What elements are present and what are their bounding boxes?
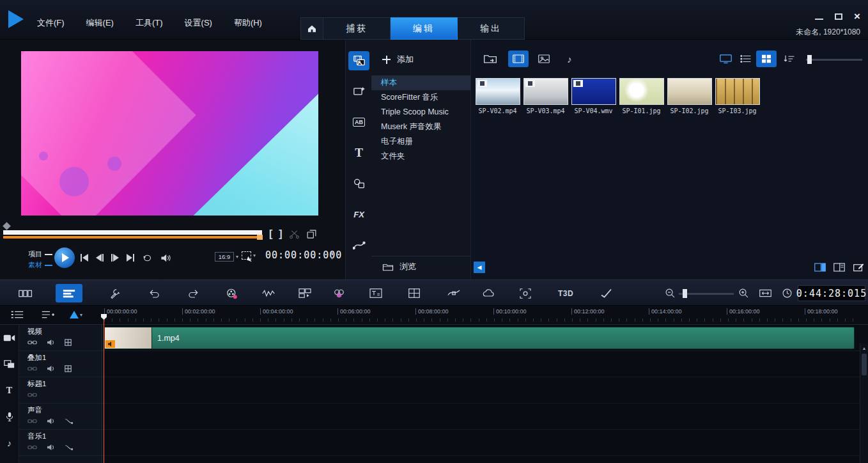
tab-home[interactable]: [300, 17, 323, 40]
project-mode-toggle[interactable]: 项目: [28, 249, 52, 259]
duration-button[interactable]: [776, 284, 798, 302]
link-icon[interactable]: [27, 392, 37, 398]
thumbnail-size-slider[interactable]: [806, 59, 862, 61]
undo-button[interactable]: [144, 284, 166, 302]
link-icon[interactable]: [27, 418, 37, 424]
scrubber-end-handle[interactable]: [257, 235, 263, 240]
panel-grip[interactable]: [4, 43, 28, 45]
menu-item-settings[interactable]: 设置(S): [185, 17, 212, 29]
redo-button[interactable]: [182, 284, 204, 302]
scrubber-range-bar[interactable]: [3, 236, 257, 239]
play-button[interactable]: [54, 247, 75, 268]
timeline-zoom-slider-thumb[interactable]: [683, 289, 687, 298]
nav-motion-path-button[interactable]: [348, 235, 369, 255]
split-screen-template-button[interactable]: [403, 284, 425, 302]
media-item[interactable]: SP-I03.jpg: [713, 78, 761, 114]
timecode-spinner[interactable]: ▲ ▼: [330, 250, 334, 260]
trim-marker[interactable]: [3, 222, 11, 230]
video-track-row[interactable]: 1.mp4: [102, 325, 860, 351]
add-track-button[interactable]: [38, 308, 58, 322]
cloud-button[interactable]: [478, 284, 500, 302]
clip-mode-toggle[interactable]: 素材: [28, 260, 52, 270]
options-panel-toggle[interactable]: [832, 262, 847, 273]
close-button[interactable]: ×: [854, 12, 860, 21]
view-list-button[interactable]: [736, 51, 756, 67]
zoom-out-button[interactable]: [659, 284, 681, 302]
view-grid-button[interactable]: [756, 51, 777, 67]
library-item-samples[interactable]: 样本: [371, 75, 470, 90]
motion-tracking-button[interactable]: [443, 284, 465, 302]
go-to-end-button[interactable]: [127, 254, 134, 262]
scroll-up-button[interactable]: ▲: [860, 343, 868, 352]
go-to-start-button[interactable]: [81, 254, 88, 262]
tab-capture[interactable]: 捕获: [323, 17, 391, 40]
link-icon[interactable]: [27, 366, 37, 372]
filter-video-button[interactable]: [508, 51, 529, 67]
nav-instant-project-button[interactable]: [348, 82, 369, 101]
nav-media-button[interactable]: [348, 51, 369, 70]
library-item-muserk[interactable]: Muserk 声音效果: [371, 120, 470, 134]
menu-item-edit[interactable]: 编辑(E): [86, 17, 114, 29]
panel-grip[interactable]: [4, 276, 28, 278]
thumbnail-size-slider-thumb[interactable]: [807, 55, 812, 64]
clip-mute-badge[interactable]: [105, 340, 115, 348]
next-frame-button[interactable]: [111, 254, 119, 262]
ripple-edit-button[interactable]: ▾: [66, 308, 86, 322]
capture-snapshot-button[interactable]: [515, 284, 536, 302]
filter-audio-button[interactable]: ♪: [559, 51, 580, 67]
scrubber-track[interactable]: [3, 230, 262, 235]
split-clip-button[interactable]: [289, 229, 300, 240]
enlarge-preview-button[interactable]: [306, 229, 317, 240]
title-track-row[interactable]: [102, 377, 860, 404]
media-item[interactable]: SP-V04.wmv: [570, 78, 617, 114]
subtitle-editor-button[interactable]: [365, 284, 387, 302]
link-icon[interactable]: [27, 340, 37, 345]
edit-media-button[interactable]: [851, 262, 866, 273]
nav-transition-button[interactable]: AB: [348, 113, 369, 132]
nav-title-button[interactable]: T: [348, 143, 369, 162]
link-icon[interactable]: [27, 444, 37, 450]
mark-out-button[interactable]: ]: [279, 228, 282, 240]
library-panel-toggle[interactable]: [812, 262, 828, 273]
storyboard-view-button[interactable]: [15, 284, 36, 302]
music-track-row[interactable]: [102, 430, 860, 456]
repeat-button[interactable]: [142, 253, 153, 263]
zoom-in-button[interactable]: [732, 284, 754, 302]
maximize-button[interactable]: [835, 13, 842, 20]
library-item-scorefitter[interactable]: ScoreFitter 音乐: [371, 90, 470, 105]
mute-icon[interactable]: [47, 365, 55, 372]
media-item[interactable]: SP-I02.jpg: [665, 78, 713, 114]
mute-icon[interactable]: [47, 444, 55, 451]
mute-icon[interactable]: [47, 339, 55, 346]
track-grid-icon[interactable]: [65, 365, 72, 372]
menu-item-tools[interactable]: 工具(T): [136, 17, 163, 29]
mask-creator-button[interactable]: [595, 284, 617, 302]
media-item[interactable]: SP-I01.jpg: [617, 78, 665, 114]
multicam-editor-button[interactable]: [294, 284, 316, 302]
library-item-triplescoop[interactable]: Triple Scoop Music: [371, 105, 470, 120]
scrollbar-thumb[interactable]: [862, 354, 867, 375]
aspect-ratio-select[interactable]: 16:9 ▾: [215, 252, 238, 262]
fade-icon[interactable]: [65, 418, 73, 424]
timeline-view-button[interactable]: [56, 284, 82, 302]
timeline-scrollbar[interactable]: ▲: [860, 343, 868, 463]
tools-button[interactable]: [104, 284, 126, 302]
color-grade-button[interactable]: [328, 284, 350, 302]
track-manager-button[interactable]: [8, 308, 27, 322]
tab-output[interactable]: 输出: [458, 17, 525, 40]
nav-graphic-button[interactable]: [348, 174, 369, 193]
playhead[interactable]: [104, 314, 104, 463]
sort-button[interactable]: [779, 51, 800, 67]
library-item-photo-album[interactable]: 电子相册: [371, 134, 470, 149]
mixer-button[interactable]: [258, 284, 279, 302]
fit-timeline-button[interactable]: [754, 284, 776, 302]
menu-item-help[interactable]: 帮助(H): [234, 17, 262, 29]
browse-button[interactable]: 浏览: [382, 261, 416, 272]
track-grid-icon[interactable]: [65, 339, 72, 346]
import-media-button[interactable]: [480, 51, 500, 67]
timeline-clip[interactable]: 1.mp4: [104, 327, 855, 349]
previous-frame-button[interactable]: [96, 254, 104, 262]
minimize-button[interactable]: [815, 19, 823, 20]
record-capture-button[interactable]: [221, 284, 242, 302]
track-content-area[interactable]: 1.mp4: [102, 325, 860, 463]
